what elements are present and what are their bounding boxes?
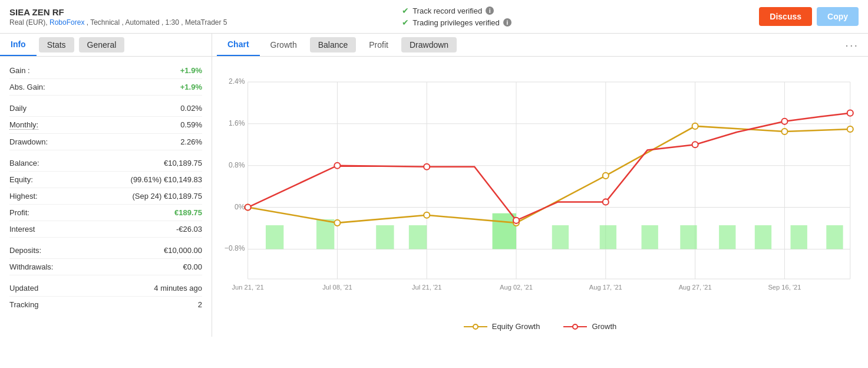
info-content: Gain : +1.9% Abs. Gain: +1.9% Daily 0.02… (0, 57, 212, 318)
tab-growth[interactable]: Growth (260, 34, 308, 55)
balance-row: Balance: €10,189.75 (9, 155, 202, 172)
app-subtitle: Real (EUR), RoboForex , Technical , Auto… (9, 18, 367, 27)
equity-dot-5 (603, 173, 609, 179)
bar-13 (826, 225, 843, 249)
gain-label: Gain : (9, 66, 30, 75)
svg-point-29 (573, 324, 577, 329)
highest-row: Highest: (Sep 24) €10,189.75 (9, 188, 202, 205)
check-icon-trading: ✔ (402, 18, 409, 27)
interest-label: Interest (9, 225, 35, 234)
tab-balance[interactable]: Balance (310, 37, 357, 52)
withdrawals-row: Withdrawals: €0.00 (9, 259, 202, 275)
interest-value: -€26.03 (176, 225, 202, 234)
monthly-label: Monthly: (9, 120, 38, 130)
header: SIEA ZEN RF Real (EUR), RoboForex , Tech… (0, 0, 868, 34)
tab-info[interactable]: Info (0, 34, 37, 56)
deposits-value: €10,000.00 (164, 246, 202, 255)
check-icon-track: ✔ (402, 6, 409, 15)
growth-dot-5 (603, 199, 609, 205)
svg-text:Aug 02, '21: Aug 02, '21 (500, 284, 533, 291)
legend-equity-growth-label: Equity Growth (492, 322, 540, 331)
bar-8 (642, 225, 658, 249)
trading-privileges-info-icon[interactable]: i (503, 18, 511, 27)
bar-2 (316, 219, 334, 249)
app-title: SIEA ZEN RF (9, 7, 367, 17)
abs-gain-label: Abs. Gain: (9, 83, 45, 91)
equity-row: Equity: (99.61%) €10,149.83 (9, 172, 202, 188)
daily-row: Daily 0.02% (9, 100, 202, 117)
svg-text:−0.8%: −0.8% (225, 244, 245, 252)
tab-drawdown[interactable]: Drawdown (401, 37, 457, 52)
equity-dot-7 (781, 129, 787, 134)
deposits-label: Deposits: (9, 246, 41, 255)
bar-11 (755, 225, 771, 249)
legend-growth-icon (563, 323, 587, 330)
growth-dot-2 (334, 163, 340, 169)
svg-text:0.8%: 0.8% (229, 161, 245, 169)
svg-text:Sep 16, '21: Sep 16, '21 (768, 284, 801, 291)
tab-chart[interactable]: Chart (217, 34, 260, 56)
trading-privileges-label: Trading privileges verified (412, 18, 500, 27)
svg-text:0%: 0% (235, 203, 245, 211)
growth-dot-4 (513, 218, 519, 224)
abs-gain-row: Abs. Gain: +1.9% (9, 79, 202, 96)
svg-text:Aug 27, '21: Aug 27, '21 (679, 284, 712, 291)
tracking-row: Tracking 2 (9, 297, 202, 313)
trading-privileges-verified: ✔ Trading privileges verified i (402, 18, 511, 27)
copy-button[interactable]: Copy (817, 7, 859, 26)
bar-5 (493, 213, 516, 249)
monthly-value: 0.59% (180, 120, 202, 130)
more-options-button[interactable]: ··· (840, 38, 863, 52)
svg-text:2.4%: 2.4% (229, 77, 245, 86)
verification-area: ✔ Track record verified i ✔ Trading priv… (367, 6, 759, 27)
gain-row: Gain : +1.9% (9, 63, 202, 79)
growth-dot-6 (692, 142, 698, 147)
legend-growth-label: Growth (592, 322, 616, 331)
equity-dot-2 (334, 220, 340, 226)
monthly-row: Monthly: 0.59% (9, 117, 202, 134)
withdrawals-label: Withdrawals: (9, 262, 53, 271)
profit-label: Profit: (9, 208, 29, 217)
bar-10 (719, 225, 735, 249)
track-record-verified: ✔ Track record verified i (402, 6, 494, 15)
equity-label: Equity: (9, 175, 33, 184)
svg-text:Jun 21, '21: Jun 21, '21 (232, 284, 264, 291)
bar-12 (791, 225, 807, 249)
track-record-label: Track record verified (412, 6, 482, 15)
interest-row: Interest -€26.03 (9, 221, 202, 238)
tab-profit[interactable]: Profit (358, 34, 399, 55)
equity-dot-8 (847, 126, 853, 132)
growth-dot-8 (847, 110, 853, 116)
gain-value: +1.9% (180, 66, 202, 75)
updated-value: 4 minutes ago (154, 284, 202, 293)
svg-text:Jul 21, '21: Jul 21, '21 (412, 284, 441, 291)
header-left: SIEA ZEN RF Real (EUR), RoboForex , Tech… (9, 7, 367, 27)
daily-value: 0.02% (180, 104, 202, 113)
deposits-row: Deposits: €10,000.00 (9, 242, 202, 259)
highest-label: Highest: (9, 192, 38, 201)
updated-row: Updated 4 minutes ago (9, 280, 202, 297)
track-record-info-icon[interactable]: i (486, 6, 494, 15)
right-panel: Chart Growth Balance Profit Drawdown ··· (212, 34, 868, 337)
svg-point-27 (473, 324, 478, 329)
legend-equity-growth: Equity Growth (464, 322, 540, 331)
tracking-label: Tracking (9, 300, 38, 309)
profit-row: Profit: €189.75 (9, 205, 202, 221)
profit-value: €189.75 (174, 208, 202, 217)
chart-tabs-bar: Chart Growth Balance Profit Drawdown ··· (212, 34, 868, 57)
bar-1 (266, 225, 283, 249)
tab-stats[interactable]: Stats (39, 37, 74, 52)
roboforex-link[interactable]: RoboForex (49, 18, 84, 27)
discuss-button[interactable]: Discuss (759, 7, 812, 26)
equity-growth-line (248, 126, 850, 223)
chart-svg: 2.4% 1.6% 0.8% 0% −0.8% Jun 21, '21 Jul … (218, 63, 862, 298)
bar-3 (376, 225, 394, 249)
svg-text:Aug 17, '21: Aug 17, '21 (589, 284, 622, 291)
tab-general[interactable]: General (79, 37, 125, 52)
left-tabs-bar: Info Stats General (0, 34, 212, 57)
balance-value: €10,189.75 (164, 159, 202, 167)
left-panel: Info Stats General Gain : +1.9% Abs. Gai… (0, 34, 212, 337)
equity-value: (99.61%) €10,149.83 (131, 175, 202, 184)
legend-growth: Growth (563, 322, 616, 331)
svg-text:1.6%: 1.6% (229, 119, 245, 127)
